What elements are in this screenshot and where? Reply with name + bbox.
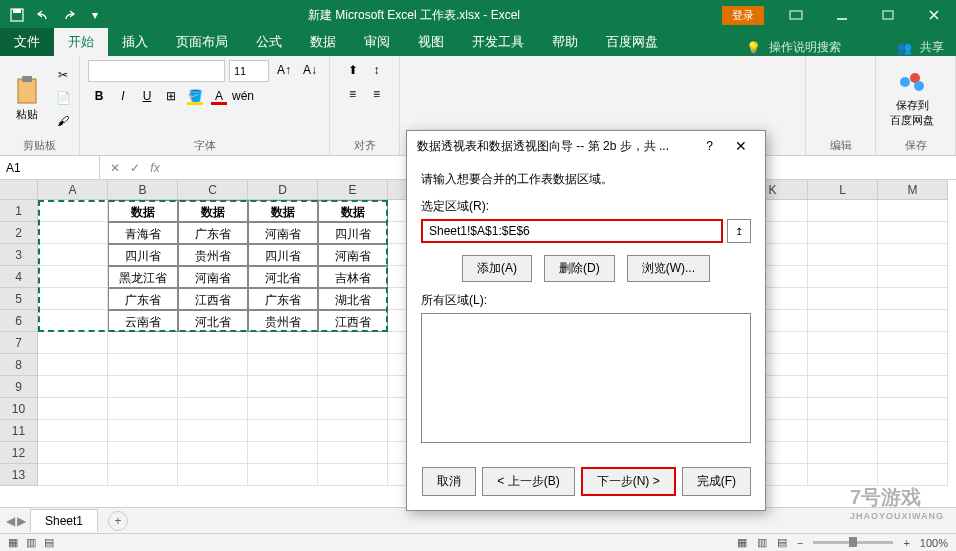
underline-button[interactable]: U — [136, 86, 158, 106]
cell[interactable]: 数据 — [108, 200, 178, 222]
cell[interactable] — [108, 442, 178, 464]
cell[interactable]: 黑龙江省 — [108, 266, 178, 288]
fill-color-button[interactable]: 🪣 — [184, 86, 206, 106]
cell[interactable] — [808, 376, 878, 398]
range-collapse-icon[interactable]: ↥ — [727, 219, 751, 243]
cell[interactable] — [38, 288, 108, 310]
cell[interactable] — [808, 332, 878, 354]
col-header[interactable]: L — [808, 180, 878, 200]
cell[interactable] — [318, 464, 388, 486]
cell[interactable]: 数据 — [318, 200, 388, 222]
view-normal-icon-2[interactable]: ▦ — [737, 536, 747, 549]
cell[interactable] — [878, 398, 948, 420]
row-header[interactable]: 6 — [0, 310, 38, 332]
cell[interactable] — [878, 354, 948, 376]
cell[interactable] — [38, 398, 108, 420]
cell[interactable]: 湖北省 — [318, 288, 388, 310]
add-button[interactable]: 添加(A) — [462, 255, 532, 282]
cell[interactable] — [878, 244, 948, 266]
cell[interactable] — [878, 420, 948, 442]
cell[interactable] — [178, 464, 248, 486]
cell[interactable]: 河北省 — [178, 310, 248, 332]
row-header[interactable]: 7 — [0, 332, 38, 354]
cell[interactable] — [318, 332, 388, 354]
cell[interactable] — [318, 420, 388, 442]
cell[interactable]: 广东省 — [178, 222, 248, 244]
cell[interactable] — [38, 200, 108, 222]
cell[interactable] — [38, 464, 108, 486]
cell[interactable] — [318, 354, 388, 376]
row-header[interactable]: 9 — [0, 376, 38, 398]
maximize-icon[interactable] — [866, 0, 910, 30]
cell[interactable]: 广东省 — [108, 288, 178, 310]
cell[interactable]: 青海省 — [108, 222, 178, 244]
dialog-help-icon[interactable]: ? — [706, 139, 713, 153]
cell[interactable] — [808, 222, 878, 244]
cell[interactable]: 四川省 — [318, 222, 388, 244]
row-header[interactable]: 10 — [0, 398, 38, 420]
cell[interactable] — [248, 354, 318, 376]
paste-button[interactable]: 粘贴 — [8, 71, 46, 126]
browse-button[interactable]: 浏览(W)... — [627, 255, 710, 282]
cell[interactable] — [108, 398, 178, 420]
finish-button[interactable]: 完成(F) — [682, 467, 751, 496]
cell[interactable] — [38, 310, 108, 332]
cell[interactable] — [878, 332, 948, 354]
tab-formula[interactable]: 公式 — [242, 28, 296, 56]
increase-font-icon[interactable]: A↑ — [273, 60, 295, 80]
minimize-icon[interactable] — [820, 0, 864, 30]
cell[interactable] — [38, 442, 108, 464]
undo-icon[interactable] — [32, 4, 54, 26]
cell[interactable]: 河南省 — [248, 222, 318, 244]
redo-icon[interactable] — [58, 4, 80, 26]
copy-icon[interactable]: 📄 — [52, 88, 74, 108]
cell[interactable] — [878, 288, 948, 310]
cell[interactable]: 江西省 — [178, 288, 248, 310]
col-header[interactable]: E — [318, 180, 388, 200]
row-header[interactable]: 12 — [0, 442, 38, 464]
cell[interactable] — [878, 376, 948, 398]
sheet-prev-icon[interactable]: ◀ — [6, 514, 15, 528]
cell[interactable] — [248, 398, 318, 420]
cell[interactable] — [38, 222, 108, 244]
row-header[interactable]: 5 — [0, 288, 38, 310]
cell[interactable]: 河北省 — [248, 266, 318, 288]
tab-insert[interactable]: 插入 — [108, 28, 162, 56]
sheet-tab-1[interactable]: Sheet1 — [30, 509, 98, 532]
col-header[interactable]: M — [878, 180, 948, 200]
select-all-corner[interactable] — [0, 180, 38, 200]
cell[interactable]: 贵州省 — [248, 310, 318, 332]
cell[interactable] — [248, 332, 318, 354]
cell[interactable]: 数据 — [178, 200, 248, 222]
cell[interactable]: 云南省 — [108, 310, 178, 332]
row-header[interactable]: 1 — [0, 200, 38, 222]
cell[interactable] — [808, 398, 878, 420]
cell[interactable] — [808, 200, 878, 222]
row-header[interactable]: 8 — [0, 354, 38, 376]
cell[interactable] — [178, 442, 248, 464]
cell[interactable] — [108, 420, 178, 442]
cell[interactable] — [38, 354, 108, 376]
cell[interactable] — [878, 442, 948, 464]
cell[interactable] — [808, 266, 878, 288]
cell[interactable]: 河南省 — [178, 266, 248, 288]
cell[interactable] — [108, 332, 178, 354]
zoom-out-icon[interactable]: − — [797, 537, 803, 549]
cell[interactable] — [248, 442, 318, 464]
delete-button[interactable]: 删除(D) — [544, 255, 615, 282]
cell[interactable] — [318, 442, 388, 464]
tab-data[interactable]: 数据 — [296, 28, 350, 56]
col-header[interactable]: B — [108, 180, 178, 200]
cell[interactable] — [808, 288, 878, 310]
row-header[interactable]: 3 — [0, 244, 38, 266]
dialog-close-icon[interactable]: ✕ — [727, 138, 755, 154]
decrease-font-icon[interactable]: A↓ — [299, 60, 321, 80]
cell[interactable] — [178, 398, 248, 420]
cell[interactable] — [808, 310, 878, 332]
tab-layout[interactable]: 页面布局 — [162, 28, 242, 56]
close-icon[interactable] — [912, 0, 956, 30]
next-button[interactable]: 下一步(N) > — [581, 467, 676, 496]
view-break-icon[interactable]: ▤ — [44, 536, 54, 549]
cell[interactable] — [178, 376, 248, 398]
tell-me-search[interactable]: 操作说明搜索 — [769, 39, 841, 56]
